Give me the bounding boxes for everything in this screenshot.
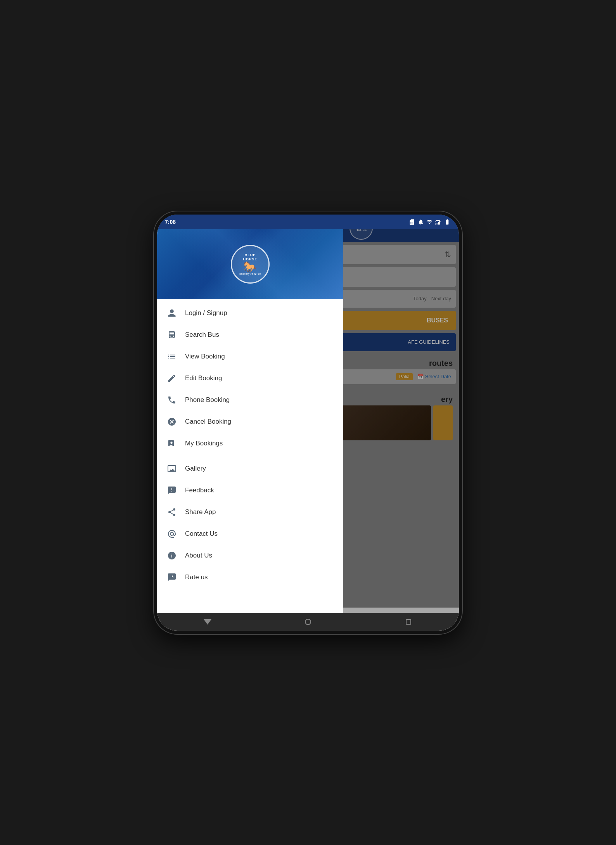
device-nav-bar: [157, 613, 459, 631]
logo-text-top: BLUEHORSE: [239, 253, 261, 261]
edit-booking-label: Edit Booking: [185, 374, 222, 382]
svg-rect-3: [439, 221, 440, 225]
menu-item-view-booking[interactable]: View Booking: [157, 346, 343, 367]
menu-item-gallery[interactable]: Gallery: [157, 458, 343, 480]
login-signup-label: Login / Signup: [185, 309, 227, 317]
svg-rect-1: [437, 223, 438, 225]
phone-booking-label: Phone Booking: [185, 396, 230, 404]
rate-svg: [167, 573, 176, 582]
contact-svg: [167, 529, 176, 539]
about-us-label: About Us: [185, 552, 212, 559]
cancel-svg: [167, 417, 176, 426]
drawer-header: BLUEHORSE 🐎 busferytranz.co: [157, 229, 343, 299]
contact-us-label: Contact Us: [185, 530, 218, 538]
status-time: 7:08: [165, 219, 176, 225]
device-screen: 7:08: [157, 215, 459, 631]
device-frame: 7:08: [154, 211, 462, 634]
cancel-booking-label: Cancel Booking: [185, 418, 231, 426]
recents-square: [406, 619, 411, 625]
edit-icon: [166, 373, 177, 384]
wifi-icon: [426, 219, 433, 225]
share-svg: [167, 507, 176, 517]
menu-item-share-app[interactable]: Share App: [157, 501, 343, 523]
rate-icon: [166, 572, 177, 583]
home-circle: [305, 619, 311, 625]
gallery-icon: [166, 463, 177, 474]
menu-item-cancel-booking[interactable]: Cancel Booking: [157, 411, 343, 433]
gallery-svg: [167, 464, 176, 473]
svg-rect-2: [438, 222, 439, 225]
menu-divider: [157, 456, 343, 456]
bus-icon: [166, 329, 177, 340]
menu-item-contact-us[interactable]: Contact Us: [157, 523, 343, 545]
gallery-label: Gallery: [185, 465, 206, 473]
feedback-svg: [167, 486, 176, 495]
battery-icon: [443, 219, 451, 225]
my-bookings-icon: [166, 438, 177, 449]
phone-svg: [167, 395, 176, 405]
menu-item-feedback[interactable]: Feedback: [157, 480, 343, 501]
info-svg: [167, 551, 176, 560]
logo-inner: BLUEHORSE 🐎 busferytranz.co: [239, 253, 261, 275]
person-svg: [167, 308, 176, 318]
share-app-label: Share App: [185, 508, 216, 516]
rate-us-label: Rate us: [185, 573, 208, 581]
menu-item-search-bus[interactable]: Search Bus: [157, 324, 343, 346]
info-icon: [166, 550, 177, 561]
contact-icon: [166, 528, 177, 539]
edit-svg: [167, 374, 176, 383]
menu-item-my-bookings[interactable]: My Bookings: [157, 433, 343, 454]
back-button[interactable]: [202, 616, 213, 628]
signal-icon: [435, 219, 441, 225]
svg-rect-0: [435, 223, 436, 225]
status-bar: 7:08: [157, 215, 459, 229]
menu-item-rate-us[interactable]: Rate us: [157, 566, 343, 588]
list-svg: [167, 352, 176, 361]
feedback-label: Feedback: [185, 487, 214, 494]
menu-item-about-us[interactable]: About Us: [157, 545, 343, 566]
bus-svg: [167, 330, 176, 339]
drawer-menu: Login / Signup Search Bus: [157, 299, 343, 613]
notification-icon: [418, 219, 424, 225]
feedback-icon: [166, 485, 177, 496]
menu-item-phone-booking[interactable]: Phone Booking: [157, 389, 343, 411]
view-booking-label: View Booking: [185, 353, 225, 360]
search-bus-label: Search Bus: [185, 331, 219, 339]
list-icon: [166, 351, 177, 362]
navigation-drawer: BLUEHORSE 🐎 busferytranz.co Login / Sign…: [157, 229, 343, 613]
sim-icon: [409, 219, 415, 225]
recents-button[interactable]: [403, 616, 414, 628]
cancel-icon: [166, 416, 177, 427]
menu-item-edit-booking[interactable]: Edit Booking: [157, 367, 343, 389]
bookmark-svg: [167, 439, 176, 448]
back-triangle: [204, 619, 211, 625]
status-icons: [409, 219, 451, 225]
person-icon: [166, 308, 177, 319]
my-bookings-label: My Bookings: [185, 440, 223, 447]
phone-icon: [166, 395, 177, 405]
share-icon: [166, 507, 177, 518]
logo-circle: BLUEHORSE 🐎 busferytranz.co: [231, 245, 270, 284]
logo-horse-icon: 🐎: [239, 261, 261, 272]
logo-text-bottom: busferytranz.co: [239, 272, 261, 275]
home-button[interactable]: [302, 616, 314, 628]
menu-item-login-signup[interactable]: Login / Signup: [157, 302, 343, 324]
